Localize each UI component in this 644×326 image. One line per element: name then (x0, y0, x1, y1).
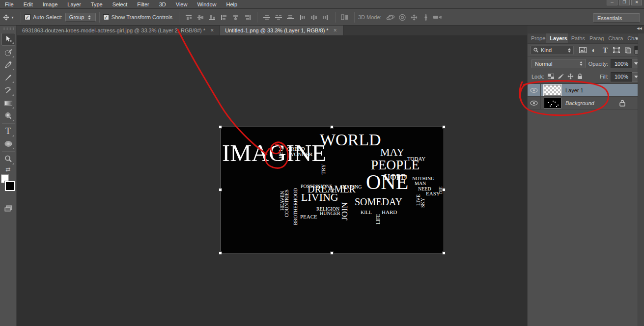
fill-value[interactable]: 100% (611, 72, 632, 82)
spinner-icon (88, 15, 91, 20)
layer-thumbnail[interactable] (544, 98, 561, 109)
tab-close-icon[interactable]: × (209, 27, 215, 34)
3d-orbit-icon[interactable] (385, 12, 396, 22)
transform-handle-s[interactable] (330, 251, 334, 255)
restore-button[interactable]: ❐ (619, 0, 630, 5)
layer-row-layer-1[interactable]: Layer 1 (528, 84, 644, 97)
show-transform-checkbox[interactable]: ✓ (103, 14, 109, 20)
quick-selection-tool[interactable] (1, 46, 15, 58)
lock-all-button[interactable] (577, 73, 583, 81)
transform-handle-w[interactable] (219, 188, 222, 191)
auto-align-layers-button[interactable] (339, 12, 351, 22)
3d-pan-icon[interactable] (408, 12, 420, 22)
move-tool[interactable] (1, 33, 15, 46)
document-canvas[interactable]: HELLGREEDWONDERWORLDMAYTODAYIMAGINETRYPE… (221, 127, 444, 253)
gradient-tool[interactable] (1, 97, 15, 109)
document-tab-2[interactable]: Untitled-1.png @ 33.3% (Layer 1, RGB/8) … (220, 26, 343, 35)
menu-item-layer[interactable]: Layer (62, 0, 86, 8)
lock-pixels-button[interactable] (558, 73, 564, 80)
tab-close-icon[interactable]: × (333, 27, 338, 34)
filter-adjustment-layers-button[interactable]: ◐ (589, 46, 599, 54)
distribute-top-edges-button[interactable] (261, 12, 273, 22)
opacity-control: 100% (611, 59, 640, 68)
menu-item-help[interactable]: Help (222, 0, 243, 8)
history-brush-icon (4, 86, 13, 94)
menu-item-view[interactable]: View (171, 0, 193, 8)
lock-position-button[interactable] (567, 73, 574, 81)
align-bottom-edges-button[interactable] (206, 12, 218, 22)
word-countries: COUNTRIES (284, 190, 289, 217)
lock-transparency-button[interactable] (548, 74, 554, 80)
workspace-switcher-button[interactable]: Essentials (593, 13, 640, 23)
close-button[interactable]: ✕ (631, 0, 642, 5)
collapse-panels-icon[interactable]: ◀◀ (637, 27, 642, 30)
align-vertical-centers-button[interactable] (195, 12, 206, 22)
menu-item-window[interactable]: Window (192, 0, 221, 8)
menu-item-edit[interactable]: Edit (19, 0, 38, 8)
panel-tab-paths[interactable]: Paths (568, 33, 586, 43)
transform-handle-sw[interactable] (219, 251, 222, 255)
align-horizontal-centers-button[interactable] (230, 12, 242, 22)
type-tool[interactable]: T (1, 125, 15, 137)
3d-roll-icon[interactable] (396, 12, 408, 22)
document-tab-1[interactable]: 6931863-doutzen-kroes-model-actress-girl… (17, 26, 220, 35)
layer-thumbnail[interactable] (544, 85, 561, 96)
auto-select-target-dropdown[interactable]: Group (65, 13, 96, 22)
transform-handle-nw[interactable] (219, 125, 222, 129)
history-brush-tool[interactable] (1, 84, 15, 97)
collapsed-dock-strip[interactable] (638, 33, 644, 326)
eyedropper-tool[interactable] (1, 58, 15, 71)
menu-item-file[interactable]: File (0, 0, 19, 8)
align-right-edges-button[interactable] (242, 12, 253, 22)
panel-grip-icon[interactable] (3, 27, 14, 30)
blend-mode-dropdown[interactable]: Normal (532, 59, 586, 68)
distribute-horizontal-centers-button[interactable] (308, 12, 320, 22)
transform-handle-e[interactable] (442, 188, 446, 191)
filter-pixel-layers-button[interactable] (578, 46, 588, 54)
distribute-bottom-edges-button[interactable] (284, 12, 296, 22)
opacity-value[interactable]: 100% (611, 59, 632, 68)
background-color-swatch[interactable] (5, 181, 15, 191)
tool-preset-picker[interactable]: ▼ (0, 14, 17, 21)
screen-mode-button[interactable] (1, 202, 15, 215)
filter-kind-dropdown[interactable]: Kind (531, 46, 574, 55)
zoom-tool[interactable] (1, 153, 15, 165)
filter-smart-objects-button[interactable] (623, 46, 633, 54)
transform-handle-se[interactable] (442, 251, 446, 255)
layer-visibility-eye-icon[interactable] (528, 97, 541, 109)
panel-tab-chara[interactable]: Chara (605, 33, 624, 43)
pasteboard[interactable]: HELLGREEDWONDERWORLDMAYTODAYIMAGINETRYPE… (17, 35, 527, 326)
menu-item-3d[interactable]: 3D (154, 0, 171, 8)
menu-item-type[interactable]: Type (86, 0, 108, 8)
layer-name[interactable]: Layer 1 (565, 87, 584, 93)
3d-zoom-camera-icon[interactable] (432, 12, 444, 22)
panel-tab-parag[interactable]: Parag (586, 33, 605, 43)
menu-item-filter[interactable]: Filter (132, 0, 154, 8)
3d-slide-icon[interactable] (420, 12, 432, 22)
layer-name[interactable]: Background (565, 100, 594, 106)
word-world: WORLD (320, 133, 381, 147)
transform-handle-n[interactable] (330, 125, 334, 129)
minimize-button[interactable]: ─ (607, 0, 617, 5)
align-top-edges-button[interactable] (183, 12, 195, 22)
layer-visibility-eye-icon[interactable] (528, 84, 541, 96)
distribute-vertical-centers-button[interactable] (273, 12, 284, 22)
panel-tab-layers[interactable]: Layers (546, 33, 567, 43)
brush-tool[interactable] (1, 71, 15, 84)
filter-shape-layers-button[interactable] (612, 46, 621, 54)
distribute-right-edges-button[interactable] (320, 12, 332, 22)
transform-center-point[interactable] (330, 188, 334, 192)
swap-colors-button[interactable]: ⇄ (1, 165, 15, 173)
panel-tab-prope[interactable]: Prope (528, 33, 546, 43)
distribute-left-edges-button[interactable] (296, 12, 308, 22)
filter-type-layers-button[interactable]: T (600, 46, 610, 54)
menu-item-select[interactable]: Select (108, 0, 133, 8)
layer-row-background[interactable]: Background (528, 97, 644, 109)
menu-item-image[interactable]: Image (38, 0, 63, 8)
chevron-down-icon: ▼ (11, 16, 14, 19)
align-left-edges-button[interactable] (218, 12, 230, 22)
auto-select-checkbox[interactable]: ✓ (25, 14, 30, 20)
dodge-tool[interactable] (1, 109, 15, 122)
ellipse-shape-tool[interactable] (1, 137, 15, 150)
transform-handle-ne[interactable] (442, 125, 446, 129)
